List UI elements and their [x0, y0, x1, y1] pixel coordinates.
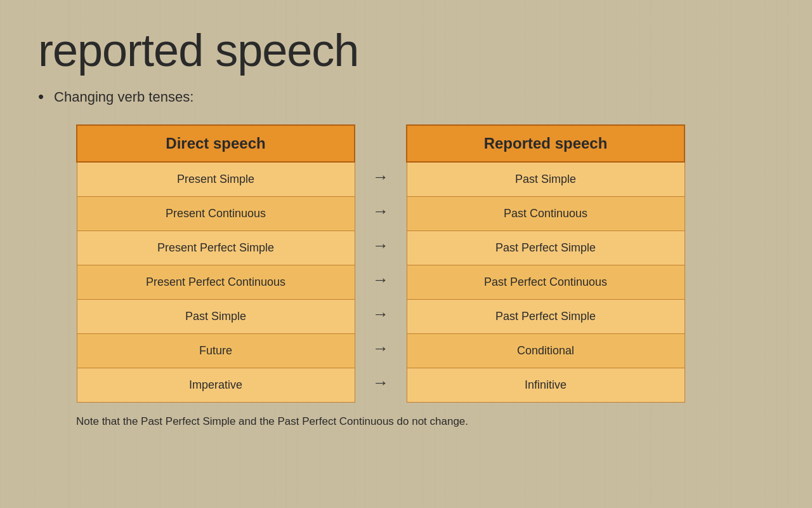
arrow-4: →: [355, 263, 406, 297]
direct-table-row: Present Perfect Simple: [77, 231, 355, 265]
reported-table-row: Past Perfect Continuous: [407, 265, 684, 299]
direct-speech-table: Direct speech Present SimplePresent Cont…: [76, 124, 355, 403]
note-text: Note that the Past Perfect Simple and th…: [76, 415, 774, 428]
reported-speech-header: Reported speech: [407, 125, 684, 162]
direct-table-row: Present Continuous: [77, 196, 355, 231]
arrow-1: →: [355, 160, 406, 194]
reported-table-row: Infinitive: [407, 368, 684, 402]
tables-container: Direct speech Present SimplePresent Cont…: [76, 124, 774, 403]
direct-table-row: Future: [77, 333, 355, 368]
subtitle-text: Changing verb tenses:: [54, 89, 193, 105]
reported-table-row: Conditional: [407, 333, 684, 368]
arrows-column: → → → → → → →: [355, 124, 406, 400]
arrow-2: →: [355, 194, 406, 229]
page: reported speech • Changing verb tenses: …: [0, 0, 812, 508]
arrow-7: →: [355, 366, 406, 400]
reported-table-row: Past Continuous: [407, 196, 684, 231]
direct-table-row: Imperative: [77, 368, 355, 402]
reported-table-row: Past Simple: [407, 162, 684, 196]
page-title: reported speech: [38, 25, 774, 76]
subtitle-container: • Changing verb tenses:: [38, 87, 774, 107]
direct-table-row: Past Simple: [77, 299, 355, 333]
arrow-header-spacer: [355, 124, 406, 160]
direct-table-row: Present Perfect Continuous: [77, 265, 355, 299]
arrow-3: →: [355, 229, 406, 263]
direct-table-row: Present Simple: [77, 162, 355, 196]
direct-speech-header: Direct speech: [77, 125, 355, 162]
reported-table-row: Past Perfect Simple: [407, 231, 684, 265]
arrow-6: →: [355, 331, 406, 366]
arrow-5: →: [355, 297, 406, 331]
bullet-point: •: [38, 87, 44, 107]
reported-table-row: Past Perfect Simple: [407, 299, 684, 333]
reported-speech-table: Reported speech Past SimplePast Continuo…: [406, 124, 685, 403]
